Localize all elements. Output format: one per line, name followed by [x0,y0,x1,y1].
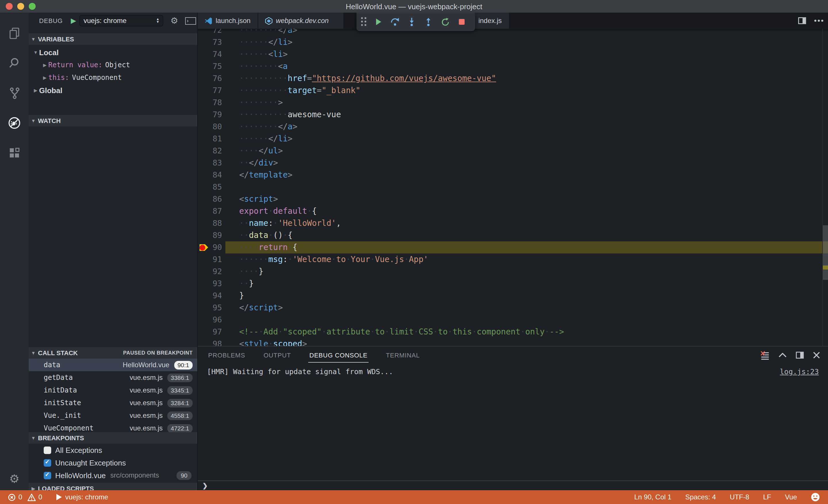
toolbar-drag-grip[interactable] [361,17,367,27]
panel-tab[interactable]: OUTPUT [262,348,292,362]
editor-gutter[interactable]: 72 [198,29,225,36]
breakpoint-checkbox[interactable] [44,471,51,479]
editor-gutter[interactable]: 83 [198,157,225,169]
editor-gutter[interactable]: 77 [198,85,225,97]
console-input-row[interactable]: ❯ [198,480,828,490]
call-stack-frame[interactable]: data HelloWorld.vue 90:1 [29,359,197,371]
split-editor-icon[interactable] [798,17,806,25]
source-control-icon[interactable] [0,78,29,108]
debug-icon[interactable] [0,108,29,138]
editor-gutter[interactable]: 80 [198,121,225,133]
variables-scope-global[interactable]: ▶ Global [29,84,197,97]
close-window-button[interactable] [6,3,13,10]
indentation-status[interactable]: Spaces: 4 [685,493,716,501]
stop-button[interactable] [455,15,468,28]
code-line-text[interactable] [225,314,828,326]
code-line-text[interactable]: ··········awesome-vue [225,108,828,121]
start-debug-icon[interactable]: ▶ [71,17,76,25]
editor-gutter[interactable]: 79 [198,108,225,121]
editor-gutter[interactable]: 85 [198,181,225,193]
code-line-text[interactable]: ····return·{ [225,241,828,254]
encoding-status[interactable]: UTF-8 [730,493,749,501]
explorer-icon[interactable] [0,18,29,48]
editor-gutter[interactable]: 78 [198,97,225,108]
panel-tab[interactable]: DEBUG CONSOLE [308,348,369,362]
code-line-text[interactable]: ··········target="_blank" [225,85,828,97]
clear-console-icon[interactable] [761,351,769,360]
breakpoint-checkbox[interactable] [44,459,51,466]
code-line-text[interactable]: ········</a> [225,121,828,133]
editor-gutter[interactable]: 91 [198,254,225,266]
search-icon[interactable] [0,48,29,78]
eol-status[interactable]: LF [763,493,771,501]
step-into-button[interactable] [405,15,418,28]
editor-gutter[interactable]: 82 [198,145,225,157]
console-source-link[interactable]: log.js:23 [780,367,819,376]
debug-configuration-select[interactable]: vuejs: chrome ▲▼ [80,15,164,27]
code-line-text[interactable]: ······</li> [225,133,828,145]
variables-section-header[interactable]: ▼ VARIABLES [29,33,197,45]
more-actions-icon[interactable] [814,19,823,22]
minimize-window-button[interactable] [17,3,24,10]
problems-status[interactable]: 0 0 [6,493,45,501]
call-stack-section-header[interactable]: ▼ CALL STACK PAUSED ON BREAKPOINT [29,347,197,359]
code-line-text[interactable]: ······msg:·'Welcome·to·Your·Vue.js·App' [225,254,828,266]
tab-launch-json[interactable]: launch.json [198,13,257,29]
editor-gutter[interactable]: 95 [198,302,225,314]
restart-button[interactable] [439,15,451,28]
panel-tab[interactable]: TERMINAL [385,348,421,362]
code-line-text[interactable]: } [225,290,828,302]
editor-gutter[interactable]: 98 [198,338,225,346]
editor-gutter[interactable]: 90 [198,241,225,254]
continue-button[interactable] [372,15,385,28]
variable-row[interactable]: ▶ this: VueComponent [29,71,197,84]
code-line-text[interactable]: ········> [225,97,828,108]
editor-scrollbar[interactable] [822,29,828,346]
code-line-text[interactable]: </template> [225,169,828,181]
breakpoint-checkbox[interactable] [44,446,51,454]
panel-tab[interactable]: PROBLEMS [207,348,246,362]
code-line-text[interactable]: ····} [225,266,828,278]
breakpoint-row[interactable]: HelloWorld.vue src/components 90 [29,469,197,482]
editor-gutter[interactable]: 96 [198,314,225,326]
code-editor[interactable]: 72 ········</a> 73 ······</li> [198,29,828,346]
maximize-panel-icon[interactable] [779,353,787,358]
editor-gutter[interactable]: 73 [198,36,225,48]
step-out-button[interactable] [422,15,435,28]
breakpoint-row[interactable]: Uncaught Exceptions [29,456,197,469]
debug-console-icon[interactable]: › [185,17,196,25]
editor-gutter[interactable]: 92 [198,266,225,278]
call-stack-frame[interactable]: getData vue.esm.js 3386:1 [29,371,197,384]
language-mode-status[interactable]: Vue [785,493,797,501]
editor-gutter[interactable]: 93 [198,278,225,290]
cursor-position-status[interactable]: Ln 90, Col 1 [634,493,671,501]
code-line-text[interactable]: <!--·Add·"scoped"·attribute·to·limit·CSS… [225,326,828,338]
code-line-text[interactable]: ··} [225,278,828,290]
panel-position-icon[interactable] [796,351,804,359]
settings-gear-icon[interactable]: ⚙ [0,472,29,486]
editor-gutter[interactable]: 74 [198,48,225,60]
editor-gutter[interactable]: 81 [198,133,225,145]
extensions-icon[interactable] [0,138,29,168]
loaded-scripts-section-header[interactable]: ▶ LOADED SCRIPTS [29,483,197,490]
zoom-window-button[interactable] [29,3,36,10]
code-line-text[interactable]: ······</li> [225,36,828,48]
call-stack-frame[interactable]: Vue._init vue.esm.js 4558:1 [29,409,197,422]
code-line-text[interactable]: ········<a [225,60,828,73]
configure-launch-gear-icon[interactable]: ⚙ [170,15,178,26]
code-line-text[interactable]: ··</div> [225,157,828,169]
feedback-smiley-icon[interactable] [811,493,820,502]
editor-gutter[interactable]: 86 [198,193,225,205]
code-line-text[interactable]: ······<li> [225,48,828,60]
editor-gutter[interactable]: 87 [198,205,225,217]
editor-gutter[interactable]: 94 [198,290,225,302]
code-line-text[interactable]: export·default·{ [225,205,828,217]
editor-gutter[interactable]: 76 [198,73,225,85]
scrollbar-thumb[interactable] [823,225,828,280]
editor-gutter[interactable]: 97 [198,326,225,338]
tab-webpack-dev-conf[interactable]: webpack.dev.con [258,13,343,29]
code-line-text[interactable]: ··name:·'HelloWorld', [225,217,828,229]
close-panel-icon[interactable] [813,352,820,359]
editor-gutter[interactable]: 88 [198,217,225,229]
watch-section-header[interactable]: ▼ WATCH [29,115,197,127]
